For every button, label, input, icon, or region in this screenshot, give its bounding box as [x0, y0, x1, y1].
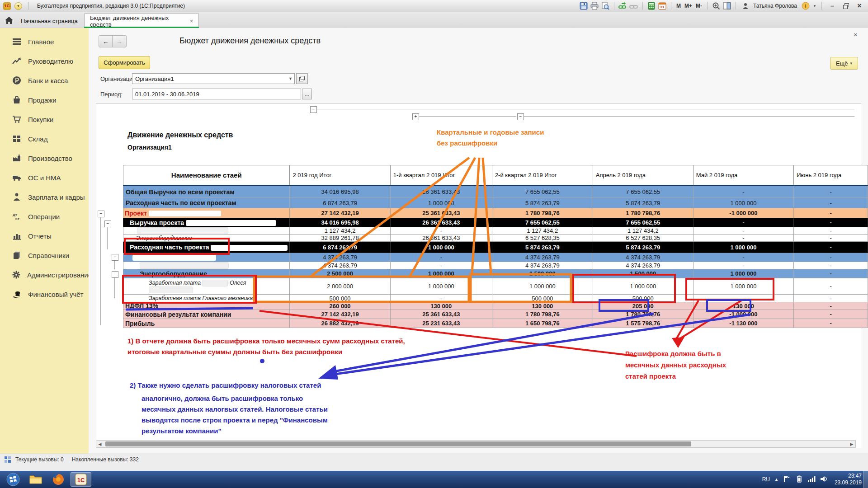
scroll-left-icon[interactable]: ◀: [96, 441, 104, 447]
value-cell[interactable]: 205 000: [593, 302, 693, 310]
sidebar-item-7[interactable]: Производство: [0, 149, 89, 167]
attach-disabled-icon[interactable]: [629, 1, 639, 10]
table-row[interactable]: 4 374 263,79-4 374 263,794 374 263,79--: [123, 262, 868, 269]
value-cell[interactable]: 6 874 263,79: [290, 242, 390, 253]
value-cell[interactable]: 1 000 000: [693, 198, 793, 208]
value-cell[interactable]: 25 361 633,43: [390, 310, 492, 319]
nav-back-icon[interactable]: ←: [99, 35, 113, 47]
row-name-cell[interactable]: [123, 227, 290, 235]
save-icon[interactable]: [579, 1, 589, 10]
info-caret-icon[interactable]: ▾: [812, 1, 817, 10]
sidebar-item-14[interactable]: Финансовый учёт: [0, 285, 89, 303]
taskbar-1c-button[interactable]: 1С: [71, 472, 91, 487]
tab-start-page[interactable]: Начальная страница: [15, 14, 94, 28]
sidebar-item-4[interactable]: Продажи: [0, 91, 89, 109]
table-row[interactable]: Выручка проекта 34 016 695,9826 361 633,…: [123, 218, 868, 227]
collapse-row-group-button[interactable]: −: [98, 211, 104, 217]
value-cell[interactable]: 5 874 263,79: [593, 198, 693, 208]
print-preview-icon[interactable]: [600, 1, 610, 10]
value-cell[interactable]: 7 655 062,55: [593, 186, 693, 198]
value-cell[interactable]: 7 655 062,55: [593, 218, 693, 227]
show-desktop-button[interactable]: [863, 471, 868, 488]
battery-icon[interactable]: [796, 475, 803, 484]
value-cell[interactable]: 1 127 434,2: [593, 227, 693, 235]
value-cell[interactable]: -: [794, 208, 868, 218]
memory-button-М+[interactable]: М+: [683, 3, 693, 9]
column-header-7[interactable]: Июнь 2 019 года: [794, 165, 868, 186]
table-row[interactable]: Энергооборудование2 500 0001 000 0001 50…: [123, 269, 868, 278]
value-cell[interactable]: -: [794, 262, 868, 269]
minimize-button[interactable]: –: [826, 1, 838, 10]
value-cell[interactable]: 500 000: [290, 295, 390, 302]
more-button[interactable]: Ещё ▾: [830, 57, 858, 70]
row-name-cell[interactable]: Расходная часть по всем проектам: [123, 198, 290, 208]
column-header-5[interactable]: Апрель 2 019 года: [593, 165, 693, 186]
column-header-1[interactable]: Наименование стаей: [123, 165, 290, 186]
row-name-cell[interactable]: Выручка проекта: [123, 218, 290, 227]
print-icon[interactable]: [590, 1, 599, 10]
calendar-icon[interactable]: 31: [657, 1, 667, 10]
value-cell[interactable]: -: [693, 186, 793, 198]
value-cell[interactable]: 4 374 263,79: [593, 253, 693, 262]
value-cell[interactable]: 27 142 432,19: [290, 208, 390, 218]
value-cell[interactable]: 5 874 263,79: [593, 242, 693, 253]
generate-button[interactable]: Сформировать: [99, 56, 150, 69]
sidebar-item-2[interactable]: Руководителю: [0, 52, 89, 70]
value-cell[interactable]: 4 374 263,79: [290, 262, 390, 269]
value-cell[interactable]: -: [390, 262, 492, 269]
value-cell[interactable]: 32 889 261,78: [290, 235, 390, 242]
calculator-icon[interactable]: [646, 1, 656, 10]
value-cell[interactable]: 5 874 263,79: [492, 242, 593, 253]
expand-group-button[interactable]: +: [412, 113, 419, 120]
horizontal-scrollbar[interactable]: ◀ ▶: [96, 440, 856, 448]
row-name-cell[interactable]: Расходная часть проекта: [123, 242, 290, 253]
collapse-row-group-button[interactable]: −: [112, 254, 118, 261]
collapse-group-button[interactable]: −: [310, 106, 317, 113]
value-cell[interactable]: 7 655 062,55: [492, 218, 593, 227]
value-cell[interactable]: 6 527 628,35: [492, 235, 593, 242]
row-name-cell[interactable]: Заработная плата Олеся: [123, 278, 290, 295]
value-cell[interactable]: -: [794, 227, 868, 235]
language-indicator[interactable]: RU: [762, 476, 770, 483]
scroll-thumb[interactable]: [105, 441, 691, 446]
value-cell[interactable]: -: [693, 235, 793, 242]
value-cell[interactable]: 1 127 434,2: [492, 227, 593, 235]
sidebar-item-1[interactable]: Главное: [0, 33, 89, 51]
signal-icon[interactable]: [807, 475, 816, 484]
value-cell[interactable]: 26 361 633,43: [390, 218, 492, 227]
info-icon[interactable]: i: [801, 1, 811, 10]
collapse-row-group-button[interactable]: −: [104, 221, 111, 227]
nav-forward-icon[interactable]: →: [112, 35, 127, 47]
value-cell[interactable]: -: [693, 262, 793, 269]
value-cell[interactable]: 1 500 000: [593, 269, 693, 278]
sidebar-item-11[interactable]: Отчеты: [0, 227, 89, 245]
row-name-cell[interactable]: [123, 253, 290, 262]
column-header-6[interactable]: Май 2 019 года: [693, 165, 793, 186]
value-cell[interactable]: -: [693, 227, 793, 235]
row-name-cell[interactable]: Общая Выручка по всем проектам: [123, 186, 290, 198]
collapse-group-button[interactable]: −: [517, 113, 524, 120]
value-cell[interactable]: 1 000 000: [593, 278, 693, 295]
value-cell[interactable]: -: [693, 295, 793, 302]
value-cell[interactable]: -1 000 000: [693, 310, 793, 319]
sidebar-item-9[interactable]: Зарплата и кадры: [0, 188, 89, 206]
scroll-right-icon[interactable]: ▶: [848, 441, 855, 447]
value-cell[interactable]: 6 874 263,79: [290, 198, 390, 208]
value-cell[interactable]: 6 527 628,35: [593, 235, 693, 242]
taskbar-firefox-button[interactable]: [48, 472, 69, 487]
value-cell[interactable]: -: [794, 269, 868, 278]
value-cell[interactable]: -: [794, 310, 868, 319]
value-cell[interactable]: -: [390, 295, 492, 302]
tab-budget-report[interactable]: Бюджет движения денежных средств ×: [84, 14, 199, 28]
table-row[interactable]: Расходная часть проекта 6 874 263,791 00…: [123, 242, 868, 253]
taskbar-explorer-button[interactable]: [25, 472, 46, 487]
sidebar-item-3[interactable]: Банк и касса: [0, 71, 89, 89]
value-cell[interactable]: -: [794, 218, 868, 227]
value-cell[interactable]: 130 000: [390, 302, 492, 310]
sidebar-item-12[interactable]: Справочники: [0, 246, 89, 264]
value-cell[interactable]: 1 000 000: [693, 242, 793, 253]
network-flag-icon[interactable]: [783, 475, 791, 484]
value-cell[interactable]: -: [794, 295, 868, 302]
value-cell[interactable]: 1 000 000: [390, 242, 492, 253]
value-cell[interactable]: 7 655 062,55: [492, 186, 593, 198]
